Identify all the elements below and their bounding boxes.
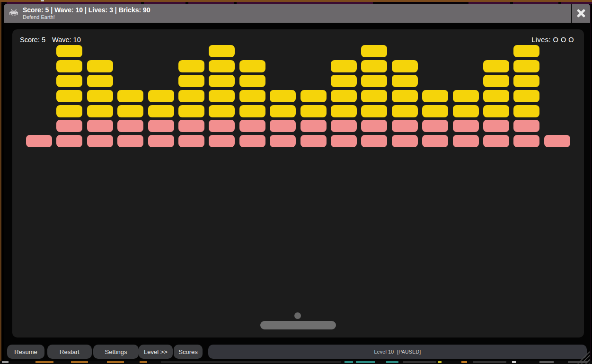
brick-yellow bbox=[513, 105, 539, 117]
desktop-fragment bbox=[140, 361, 147, 363]
brick-yellow bbox=[331, 105, 357, 117]
hud-lives: Lives: O O O bbox=[531, 36, 574, 44]
brick-pink bbox=[331, 120, 357, 132]
game-canvas[interactable]: Score: 5Wave: 10 Lives: O O O bbox=[12, 29, 584, 337]
brick-yellow bbox=[209, 75, 235, 87]
titlebar-text: Score: 5 | Wave: 10 | Lives: 3 | Bricks:… bbox=[23, 6, 150, 20]
brick-yellow bbox=[117, 105, 143, 117]
desktop-fragment bbox=[473, 361, 506, 363]
brick-yellow bbox=[361, 45, 387, 57]
status-bar: Level 10 [PAUSED] bbox=[208, 345, 587, 359]
brick-pink bbox=[270, 120, 296, 132]
close-icon bbox=[576, 8, 586, 18]
titlebar[interactable]: Score: 5 | Wave: 10 | Lives: 3 | Bricks:… bbox=[4, 4, 590, 23]
resume-button[interactable]: Resume bbox=[7, 345, 44, 359]
desktop-fragment bbox=[71, 361, 88, 363]
brick-yellow bbox=[87, 105, 113, 117]
brick-yellow bbox=[270, 105, 296, 117]
brick-pink bbox=[392, 120, 418, 132]
brick-yellow bbox=[209, 105, 235, 117]
desktop-fragment bbox=[2, 361, 9, 363]
desktop-left-edge bbox=[0, 2, 1, 361]
brick-pink bbox=[513, 120, 539, 132]
window-subtitle: Defend Earth! bbox=[23, 14, 150, 20]
brick-yellow bbox=[209, 60, 235, 72]
level-next-button[interactable]: Level >> bbox=[139, 345, 173, 359]
brick-yellow bbox=[513, 90, 539, 102]
brick-pink bbox=[148, 135, 174, 147]
restart-button[interactable]: Restart bbox=[47, 345, 92, 359]
desktop-speck bbox=[41, 0, 44, 1]
brick-yellow bbox=[178, 90, 204, 102]
brick-yellow bbox=[422, 105, 448, 117]
brick-pink bbox=[26, 135, 52, 147]
brick-yellow bbox=[361, 75, 387, 87]
brick-yellow bbox=[513, 75, 539, 87]
brick-yellow bbox=[392, 75, 418, 87]
brick-yellow bbox=[148, 90, 174, 102]
brick-yellow bbox=[56, 90, 82, 102]
scores-button[interactable]: Scores bbox=[174, 345, 203, 359]
screen: Score: 5 | Wave: 10 | Lives: 3 | Bricks:… bbox=[0, 0, 592, 364]
brick-yellow bbox=[239, 60, 265, 72]
brick-pink bbox=[544, 135, 570, 147]
desktop-fragment bbox=[345, 361, 353, 363]
status-text: Level 10 [PAUSED] bbox=[374, 349, 421, 355]
paddle bbox=[260, 321, 336, 329]
space-invader-icon bbox=[9, 9, 18, 18]
brick-yellow bbox=[239, 90, 265, 102]
brick-yellow bbox=[239, 105, 265, 117]
brick-pink bbox=[422, 120, 448, 132]
brick-pink bbox=[300, 135, 327, 147]
desktop-fragment bbox=[386, 361, 398, 363]
brick-yellow bbox=[56, 105, 82, 117]
brick-yellow bbox=[300, 105, 327, 117]
brick-pink bbox=[361, 135, 387, 147]
brick-pink bbox=[87, 135, 113, 147]
brick-yellow bbox=[513, 60, 539, 72]
brick-pink bbox=[392, 135, 418, 147]
desktop-fragment bbox=[403, 361, 436, 363]
brick-yellow bbox=[209, 90, 235, 102]
brick-pink bbox=[117, 120, 143, 132]
brick-pink bbox=[270, 135, 296, 147]
brick-yellow bbox=[483, 105, 509, 117]
brick-yellow bbox=[361, 105, 387, 117]
brick-pink bbox=[513, 135, 539, 147]
desktop-bottom-edge bbox=[0, 361, 592, 364]
brick-yellow bbox=[209, 45, 235, 57]
brick-yellow bbox=[56, 75, 82, 87]
brick-pink bbox=[117, 135, 143, 147]
brick-pink bbox=[87, 120, 113, 132]
brick-yellow bbox=[178, 75, 204, 87]
settings-button[interactable]: Settings bbox=[93, 345, 139, 359]
brick-pink bbox=[453, 135, 479, 147]
close-button[interactable] bbox=[571, 4, 590, 23]
brick-yellow bbox=[513, 45, 539, 57]
brick-yellow bbox=[87, 90, 113, 102]
brick-yellow bbox=[422, 90, 448, 102]
brick-pink bbox=[148, 120, 174, 132]
brick-pink bbox=[483, 120, 509, 132]
brick-yellow bbox=[270, 90, 296, 102]
brick-pink bbox=[453, 120, 479, 132]
desktop-fragment bbox=[107, 361, 124, 363]
brick-pink bbox=[209, 120, 235, 132]
brick-yellow bbox=[331, 60, 357, 72]
brick-pink bbox=[300, 120, 327, 132]
brick-yellow bbox=[87, 75, 113, 87]
window-title: Score: 5 | Wave: 10 | Lives: 3 | Bricks:… bbox=[23, 6, 150, 14]
brick-yellow bbox=[453, 105, 479, 117]
brick-yellow bbox=[392, 60, 418, 72]
desktop-fragment bbox=[539, 361, 554, 363]
hud-score-wave: Score: 5Wave: 10 bbox=[20, 36, 81, 44]
brick-pink bbox=[361, 120, 387, 132]
desktop-fragment bbox=[35, 361, 53, 363]
brick-yellow bbox=[392, 105, 418, 117]
game-window: Score: 5 | Wave: 10 | Lives: 3 | Bricks:… bbox=[4, 4, 590, 361]
brick-yellow bbox=[361, 90, 387, 102]
brick-pink bbox=[56, 120, 82, 132]
brick-pink bbox=[178, 120, 204, 132]
desktop-fragment bbox=[461, 361, 467, 363]
brick-pink bbox=[209, 135, 235, 147]
